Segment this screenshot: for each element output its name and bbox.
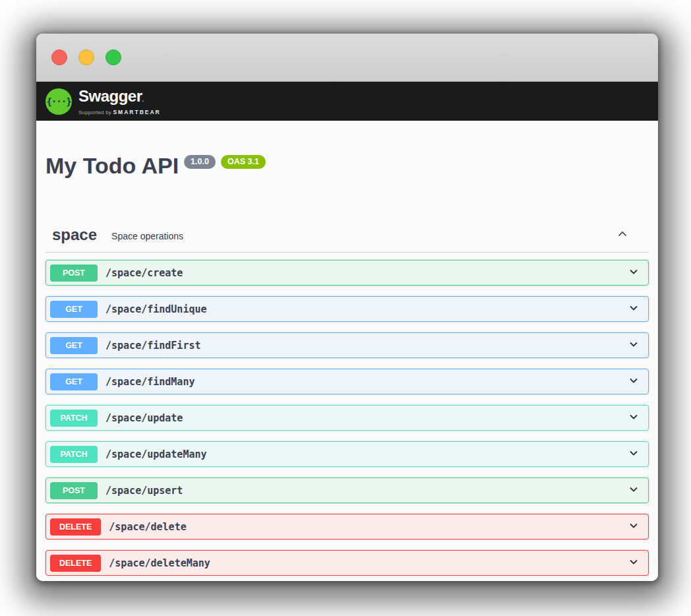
operation-path: /space/findMany [105, 376, 195, 388]
tag-section-header-space[interactable]: space Space operations [45, 226, 649, 253]
expand-operation-button[interactable] [627, 519, 640, 535]
operation-row-/space/findMany[interactable]: GET /space/findMany [45, 369, 649, 394]
swagger-wordmark: Swagger. Supported by SMARTBEAR [78, 88, 161, 115]
method-badge: GET [50, 301, 98, 318]
chevron-down-icon [627, 265, 640, 281]
chevron-down-icon [627, 338, 640, 354]
operations-list: POST /space/create GET /space/findUnique… [45, 260, 649, 576]
method-badge: PATCH [50, 446, 98, 463]
chevron-down-icon [627, 483, 640, 499]
supported-by-text: Supported by SMARTBEAR [78, 109, 161, 115]
operation-row-/space/deleteMany[interactable]: DELETE /space/deleteMany [45, 550, 649, 576]
expand-operation-button[interactable] [627, 410, 640, 426]
page-title: My Todo API [45, 152, 179, 179]
operation-path: /space/findFirst [105, 340, 201, 352]
operation-row-/space/updateMany[interactable]: PATCH /space/updateMany [45, 441, 649, 467]
chevron-down-icon [627, 519, 640, 535]
screenshot-stage: {···} Swagger. Supported by SMARTBEAR My… [0, 0, 691, 616]
expand-operation-button[interactable] [627, 301, 640, 317]
method-badge: DELETE [50, 555, 101, 572]
minimize-window-button[interactable] [78, 49, 94, 65]
operation-row-/space/findUnique[interactable]: GET /space/findUnique [45, 296, 649, 322]
api-title-block: My Todo API 1.0.0 OAS 3.1 [45, 152, 649, 179]
swagger-logo-link[interactable]: {···} Swagger. Supported by SMARTBEAR [45, 88, 161, 115]
app-window: {···} Swagger. Supported by SMARTBEAR My… [36, 34, 658, 581]
expand-operation-button[interactable] [627, 265, 640, 281]
method-badge: POST [50, 482, 98, 499]
operation-path: /space/create [105, 267, 183, 279]
tag-name: space [52, 226, 97, 244]
operation-path: /space/update [105, 412, 183, 424]
operation-row-/space/create[interactable]: POST /space/create [45, 260, 649, 286]
swagger-content: My Todo API 1.0.0 OAS 3.1 space Space op… [36, 121, 658, 581]
window-titlebar[interactable] [36, 34, 658, 82]
window-controls [51, 49, 121, 65]
method-badge: DELETE [50, 518, 101, 536]
close-window-button[interactable] [51, 49, 67, 65]
swagger-brand-text: Swagger. [78, 88, 161, 108]
operation-row-/space/update[interactable]: PATCH /space/update [45, 405, 649, 431]
version-stamps: 1.0.0 OAS 3.1 [184, 155, 266, 169]
chevron-down-icon [627, 410, 640, 426]
swagger-topbar: {···} Swagger. Supported by SMARTBEAR [36, 82, 658, 121]
swagger-braces-icon: {···} [45, 88, 72, 115]
method-badge: GET [50, 373, 98, 390]
zoom-window-button[interactable] [105, 49, 121, 65]
chevron-down-icon [627, 555, 640, 571]
method-badge: GET [50, 337, 98, 354]
operation-path: /space/delete [109, 521, 186, 533]
version-badge: 1.0.0 [184, 155, 216, 169]
expand-operation-button[interactable] [627, 483, 640, 499]
expand-operation-button[interactable] [627, 374, 640, 390]
chevron-up-icon [616, 233, 629, 243]
operation-path: /space/updateMany [105, 448, 207, 460]
operation-row-/space/delete[interactable]: DELETE /space/delete [45, 514, 649, 539]
expand-operation-button[interactable] [627, 447, 640, 462]
operation-path: /space/deleteMany [109, 557, 210, 569]
swagger-braces-glyph: {···} [46, 96, 71, 107]
method-badge: POST [50, 264, 98, 282]
chevron-down-icon [627, 447, 640, 462]
collapse-section-button[interactable] [615, 226, 630, 244]
operation-path: /space/upsert [105, 485, 183, 497]
oas-badge: OAS 3.1 [221, 155, 266, 169]
operation-path: /space/findUnique [105, 303, 207, 315]
smartbear-brand-text: SMARTBEAR [113, 109, 160, 115]
tag-description: Space operations [111, 231, 183, 241]
expand-operation-button[interactable] [627, 555, 640, 571]
chevron-down-icon [627, 374, 640, 390]
operation-row-/space/findFirst[interactable]: GET /space/findFirst [45, 332, 649, 358]
method-badge: PATCH [50, 410, 98, 427]
expand-operation-button[interactable] [627, 338, 640, 354]
trademark-mark: . [142, 96, 144, 103]
operation-row-/space/upsert[interactable]: POST /space/upsert [45, 477, 649, 503]
chevron-down-icon [627, 301, 640, 317]
